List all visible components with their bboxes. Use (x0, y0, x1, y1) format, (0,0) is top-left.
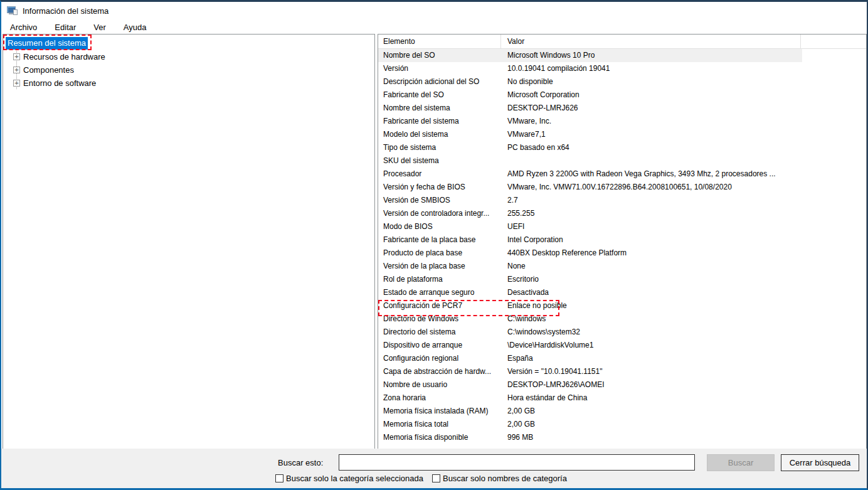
table-row-nombre-de-usuario[interactable]: Nombre de usuarioDESKTOP-LMRJ626\AOMEI (378, 378, 802, 391)
cell-elemento: Fabricante de la placa base (378, 233, 501, 247)
cell-valor: España (501, 352, 802, 365)
cell-valor: \Device\HarddiskVolume1 (501, 339, 802, 352)
expand-icon[interactable]: + (13, 67, 20, 73)
cell-valor: DESKTOP-LMRJ626\AOMEI (501, 378, 802, 391)
table-row-directorio-de-windows[interactable]: Directorio de WindowsC:\windows (378, 312, 802, 326)
cell-valor: C:\windows\system32 (501, 326, 802, 339)
cell-valor: 2.7 (501, 194, 802, 207)
table-row-nombre-del-sistema[interactable]: Nombre del sistemaDESKTOP-LMRJ626 (378, 102, 802, 115)
cell-valor: VMware, Inc. VMW71.00V.16722896.B64.2008… (501, 181, 802, 194)
table-row-dispositivo-de-arranque[interactable]: Dispositivo de arranque\Device\HarddiskV… (378, 339, 802, 352)
cell-valor: 10.0.19041 compilación 19041 (501, 62, 802, 75)
table-row-fabricante-del-so[interactable]: Fabricante del SOMicrosoft Corporation (378, 88, 802, 102)
cell-valor: 996 MB (501, 431, 802, 444)
table-row-configuracio-n-regional[interactable]: Configuración regionalEspaña (378, 352, 802, 365)
expand-icon[interactable]: + (13, 53, 20, 60)
tree-item-label: Recursos de hardware (23, 52, 105, 61)
tree-item-resumen-del-sistema[interactable]: Resumen del sistema (3, 37, 374, 50)
cell-elemento: Tipo de sistema (378, 141, 501, 154)
expand-icon[interactable]: + (13, 80, 20, 87)
cell-elemento: Rol de plataforma (378, 273, 501, 286)
table-row-modo-de-bios[interactable]: Modo de BIOSUEFI (378, 220, 802, 233)
tree-item-recursos-de-hardware[interactable]: +Recursos de hardware (3, 50, 374, 63)
search-bar: Buscar esto: Buscar Cerrar búsqueda Busc… (1, 449, 867, 488)
table-row-fabricante-de-la-placa-base[interactable]: Fabricante de la placa baseIntel Corpora… (378, 233, 802, 247)
checkbox-category-names[interactable] (432, 474, 440, 482)
cell-elemento: Nombre del sistema (378, 102, 501, 115)
column-header-elemento[interactable]: Elemento (378, 35, 501, 48)
search-input[interactable] (339, 454, 695, 471)
menu-item-archivo[interactable]: Archivo (4, 21, 43, 34)
table-row-versio-n-de-smbios[interactable]: Versión de SMBIOS2.7 (378, 194, 802, 207)
table-row-memoria-fi-sica-instalada-ram[interactable]: Memoria física instalada (RAM)2,00 GB (378, 405, 802, 418)
search-button[interactable]: Buscar (707, 454, 775, 471)
cell-valor: None (501, 260, 802, 273)
table-row-tipo-de-sistema[interactable]: Tipo de sistemaPC basado en x64 (378, 141, 802, 154)
menu-item-editar[interactable]: Editar (48, 21, 82, 34)
cell-elemento: Directorio del sistema (378, 326, 501, 339)
column-header-valor[interactable]: Valor (501, 35, 801, 48)
table-row-memoria-fi-sica-disponible[interactable]: Memoria física disponible996 MB (378, 431, 802, 444)
cell-elemento: Capa de abstracción de hardw... (378, 365, 501, 378)
table-row-directorio-del-sistema[interactable]: Directorio del sistemaC:\windows\system3… (378, 326, 802, 339)
table-row-descripcio-n-adicional-del-so[interactable]: Descripción adicional del SONo disponibl… (378, 75, 802, 88)
tree-item-componentes[interactable]: +Componentes (3, 63, 374, 77)
system-info-icon (7, 6, 18, 16)
table-row-capa-de-abstraccio-n-de-hardw[interactable]: Capa de abstracción de hardw...Versión =… (378, 365, 802, 378)
cell-valor: 440BX Desktop Reference Platform (501, 247, 802, 260)
cell-elemento: Modo de BIOS (378, 220, 501, 233)
checkbox-category-names-label: Buscar solo nombres de categoría (443, 474, 567, 483)
table-row-versio-n[interactable]: Versión10.0.19041 compilación 19041 (378, 62, 802, 75)
cell-elemento: Nombre del SO (378, 49, 501, 62)
list-header: Elemento Valor (378, 35, 866, 49)
cell-elemento: SKU del sistema (378, 154, 501, 168)
menu-item-ayuda[interactable]: Ayuda (117, 21, 153, 34)
table-row-rol-de-plataforma[interactable]: Rol de plataformaEscritorio (378, 273, 802, 286)
cell-elemento: Fabricante del SO (378, 88, 501, 102)
cell-valor: C:\windows (501, 312, 802, 326)
cell-valor: AMD Ryzen 3 2200G with Radeon Vega Graph… (501, 168, 802, 181)
tree-children: +Recursos de hardware+Componentes+Entorn… (3, 50, 374, 90)
table-row-sku-del-sistema[interactable]: SKU del sistema (378, 154, 802, 168)
cell-valor: Intel Corporation (501, 233, 802, 247)
tree-item-label-selected[interactable]: Resumen del sistema (6, 37, 88, 50)
cell-elemento: Modelo del sistema (378, 128, 501, 141)
tree-item-entorno-de-software[interactable]: +Entorno de software (3, 77, 374, 90)
checkbox-selected-category-label: Buscar solo la categoría seleccionada (286, 474, 423, 483)
tree-item-label: Componentes (23, 65, 74, 75)
table-row-producto-de-placa-base[interactable]: Producto de placa base440BX Desktop Refe… (378, 247, 802, 260)
cell-elemento: Fabricante del sistema (378, 115, 501, 128)
cell-valor: DESKTOP-LMRJ626 (501, 102, 802, 115)
cell-valor: Escritorio (501, 273, 802, 286)
table-row-configuracio-n-de-pcr7[interactable]: Configuración de PCR7Enlace no posible (378, 299, 802, 312)
menu-item-ver[interactable]: Ver (87, 21, 112, 34)
cell-elemento: Memoria física instalada (RAM) (378, 405, 501, 418)
list-rows: Nombre del SOMicrosoft Windows 10 ProVer… (378, 49, 802, 444)
table-row-zona-horaria[interactable]: Zona horariaHora estándar de China (378, 391, 802, 405)
menu-bar: ArchivoEditarVerAyuda (1, 19, 867, 35)
detail-list-pane: Elemento Valor Nombre del SOMicrosoft Wi… (378, 34, 867, 450)
table-row-modelo-del-sistema[interactable]: Modelo del sistemaVMware7,1 (378, 128, 802, 141)
table-row-nombre-del-so[interactable]: Nombre del SOMicrosoft Windows 10 Pro (378, 49, 802, 62)
cell-elemento: Descripción adicional del SO (378, 75, 501, 88)
table-row-procesador[interactable]: ProcesadorAMD Ryzen 3 2200G with Radeon … (378, 168, 802, 181)
close-search-button[interactable]: Cerrar búsqueda (781, 454, 859, 471)
cell-elemento: Memoria física disponible (378, 431, 501, 444)
tree-item-label: Entorno de software (23, 78, 96, 88)
table-row-fabricante-del-sistema[interactable]: Fabricante del sistemaVMware, Inc. (378, 115, 802, 128)
table-row-versio-n-y-fecha-de-bios[interactable]: Versión y fecha de BIOSVMware, Inc. VMW7… (378, 181, 802, 194)
table-row-estado-de-arranque-seguro[interactable]: Estado de arranque seguroDesactivada (378, 286, 802, 299)
table-row-versio-n-de-controladora-integr[interactable]: Versión de controladora integr...255.255 (378, 207, 802, 220)
cell-valor: Versión = "10.0.19041.1151" (501, 365, 802, 378)
search-label: Buscar esto: (278, 458, 328, 467)
table-row-versio-n-de-la-placa-base[interactable]: Versión de la placa baseNone (378, 260, 802, 273)
checkbox-selected-category[interactable] (275, 474, 283, 482)
cell-valor: PC basado en x64 (501, 141, 802, 154)
title-bar: Información del sistema (1, 2, 867, 19)
cell-valor: Desactivada (501, 286, 802, 299)
cell-elemento: Producto de placa base (378, 247, 501, 260)
cell-valor: Microsoft Corporation (501, 88, 802, 102)
cell-elemento: Configuración de PCR7 (378, 299, 501, 312)
cell-elemento: Procesador (378, 168, 501, 181)
table-row-memoria-fi-sica-total[interactable]: Memoria física total2,00 GB (378, 418, 802, 431)
